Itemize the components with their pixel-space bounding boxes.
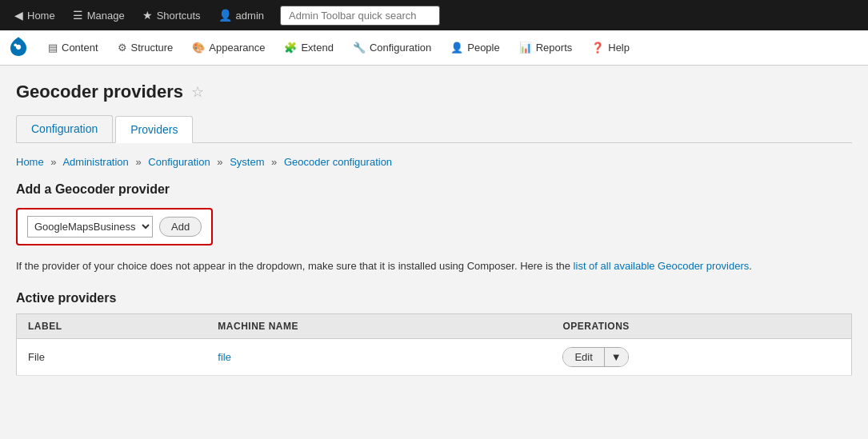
nav-extend[interactable]: 🧩 Extend <box>274 30 342 66</box>
provider-select[interactable]: GoogleMapsBusiness GoogleMaps OpenStreet… <box>27 216 153 237</box>
appearance-icon: 🎨 <box>192 42 205 54</box>
configuration-icon: 🔧 <box>353 42 366 54</box>
help-icon: ❓ <box>591 42 604 54</box>
geocoder-providers-link[interactable]: list of all available Geocoder providers <box>574 260 750 272</box>
tabs: Configuration Providers <box>16 115 852 143</box>
col-label: LABEL <box>17 313 207 338</box>
page-title: Geocoder providers <box>16 82 183 102</box>
nav-people-label: People <box>467 42 499 54</box>
nav-appearance[interactable]: 🎨 Appearance <box>182 30 274 66</box>
nav-configuration-label: Configuration <box>370 42 431 54</box>
row-operations: Edit ▼ <box>551 338 851 375</box>
home-label: Home <box>27 10 55 22</box>
extend-icon: 🧩 <box>284 42 297 54</box>
nav-people[interactable]: 👤 People <box>441 30 509 66</box>
star-icon: ★ <box>142 9 153 22</box>
breadcrumb-sep-1: » <box>50 156 56 168</box>
home-icon: ◀ <box>14 9 23 22</box>
edit-button[interactable]: Edit <box>563 348 604 366</box>
admin-label: admin <box>236 10 264 22</box>
admin-toolbar: ◀ Home ☰ Manage ★ Shortcuts 👤 admin <box>0 0 868 30</box>
add-provider-button[interactable]: Add <box>159 217 202 237</box>
breadcrumb-sep-3: » <box>217 156 222 168</box>
operations-group: Edit ▼ <box>562 347 628 367</box>
nav-extend-label: Extend <box>301 42 333 54</box>
secondary-nav: ▤ Content ⚙ Structure 🎨 Appearance 🧩 Ext… <box>0 30 868 66</box>
machine-name-link[interactable]: file <box>218 351 231 363</box>
nav-content[interactable]: ▤ Content <box>38 30 108 66</box>
nav-structure-label: Structure <box>131 42 174 54</box>
table-header-row: LABEL MACHINE NAME OPERATIONS <box>17 313 852 338</box>
search-input[interactable] <box>280 6 440 26</box>
ops-dropdown-button[interactable]: ▼ <box>605 348 628 366</box>
nav-appearance-label: Appearance <box>209 42 265 54</box>
tab-providers[interactable]: Providers <box>115 116 193 143</box>
nav-reports[interactable]: 📊 Reports <box>510 30 582 66</box>
add-section-heading: Add a Geocoder provider <box>16 182 852 197</box>
content-icon: ▤ <box>48 42 58 54</box>
info-text: If the provider of your choice does not … <box>16 258 852 275</box>
main-content: Geocoder providers ☆ Configuration Provi… <box>0 66 868 392</box>
shortcuts-label: Shortcuts <box>157 10 201 22</box>
manage-icon: ☰ <box>73 9 83 22</box>
tab-configuration[interactable]: Configuration <box>16 115 113 142</box>
drupal-logo[interactable] <box>6 36 30 60</box>
bookmark-icon[interactable]: ☆ <box>191 83 204 101</box>
col-operations: OPERATIONS <box>551 313 851 338</box>
breadcrumb-home[interactable]: Home <box>16 156 44 168</box>
providers-table: LABEL MACHINE NAME OPERATIONS File file … <box>16 313 852 376</box>
page-title-row: Geocoder providers ☆ <box>16 82 852 102</box>
breadcrumb-system[interactable]: System <box>230 156 264 168</box>
breadcrumb-sep-4: » <box>271 156 277 168</box>
info-text-after: . <box>749 260 752 272</box>
home-button[interactable]: ◀ Home <box>6 4 63 26</box>
people-icon: 👤 <box>450 42 463 54</box>
nav-help-label: Help <box>608 42 630 54</box>
provider-selector-box: GoogleMapsBusiness GoogleMaps OpenStreet… <box>16 208 213 245</box>
nav-reports-label: Reports <box>536 42 573 54</box>
svg-point-1 <box>14 43 17 46</box>
reports-icon: 📊 <box>519 42 532 54</box>
breadcrumb-geocoder-config[interactable]: Geocoder configuration <box>284 156 392 168</box>
manage-button[interactable]: ☰ Manage <box>65 4 133 26</box>
row-label: File <box>17 338 207 375</box>
table-row: File file Edit ▼ <box>17 338 852 375</box>
info-text-before: If the provider of your choice does not … <box>16 260 574 272</box>
nav-configuration[interactable]: 🔧 Configuration <box>343 30 441 66</box>
col-machine-name: MACHINE NAME <box>206 313 551 338</box>
nav-help[interactable]: ❓ Help <box>582 30 639 66</box>
structure-icon: ⚙ <box>118 42 127 54</box>
breadcrumb: Home » Administration » Configuration » … <box>16 156 852 168</box>
shortcuts-button[interactable]: ★ Shortcuts <box>134 4 209 26</box>
manage-label: Manage <box>87 10 125 22</box>
breadcrumb-sep-2: » <box>135 156 141 168</box>
row-machine-name: file <box>206 338 551 375</box>
nav-content-label: Content <box>62 42 98 54</box>
breadcrumb-configuration[interactable]: Configuration <box>148 156 210 168</box>
active-providers-heading: Active providers <box>16 291 852 305</box>
user-icon: 👤 <box>218 9 232 22</box>
breadcrumb-administration[interactable]: Administration <box>62 156 128 168</box>
nav-structure[interactable]: ⚙ Structure <box>108 30 183 66</box>
admin-user-button[interactable]: 👤 admin <box>210 4 272 26</box>
